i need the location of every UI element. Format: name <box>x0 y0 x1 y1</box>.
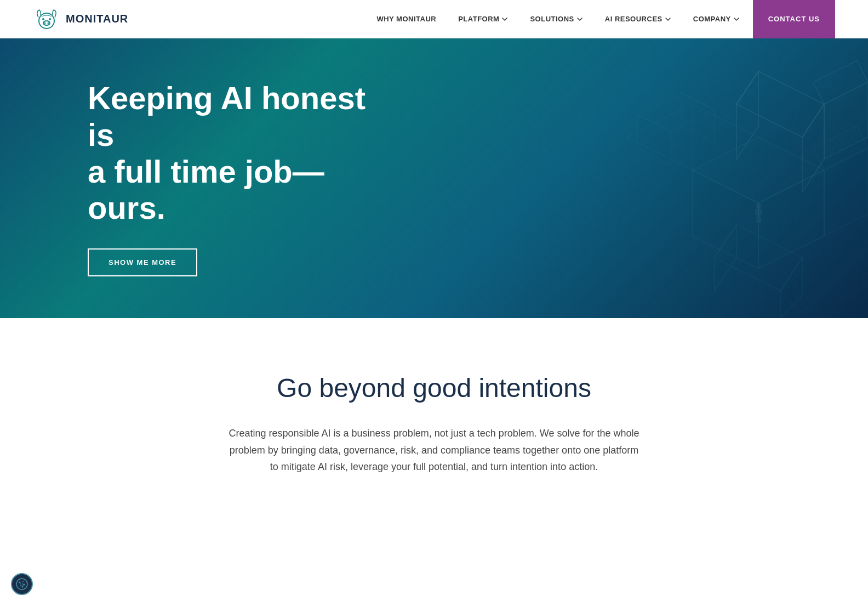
svg-point-34 <box>22 581 24 582</box>
svg-rect-28 <box>755 209 757 215</box>
hero-headline: Keeping AI honest is a full time job—our… <box>88 80 384 226</box>
cookie-consent-button[interactable] <box>11 573 33 595</box>
hero-cta-button[interactable]: SHOW ME MORE <box>88 248 197 276</box>
nav-link-company[interactable]: COMPANY <box>684 10 749 27</box>
nav-item-company: COMPANY <box>684 10 749 27</box>
nav-item-ai-resources: AI RESOURCES <box>596 10 680 27</box>
chevron-down-icon <box>576 16 583 22</box>
svg-point-35 <box>24 584 25 586</box>
svg-point-26 <box>756 203 761 208</box>
svg-point-37 <box>22 586 24 588</box>
svg-point-32 <box>16 579 27 590</box>
navbar: MONITAUR WHY MONITAUR PLATFORM SOLUTIONS <box>0 0 868 38</box>
nav-item-why-monitaur: WHY MONITAUR <box>368 10 445 27</box>
svg-marker-24 <box>682 93 715 143</box>
svg-point-36 <box>20 585 21 586</box>
contact-button[interactable]: CONTACT US <box>753 0 835 38</box>
nav-link-why-monitaur[interactable]: WHY MONITAUR <box>368 10 445 27</box>
monitaur-logo-icon <box>33 5 60 33</box>
svg-point-2 <box>49 18 51 20</box>
brand-logo[interactable]: MONITAUR <box>33 5 128 33</box>
svg-point-5 <box>48 22 49 24</box>
beyond-heading: Go beyond good intentions <box>33 373 835 403</box>
svg-point-33 <box>19 582 21 584</box>
hero-background-shapes <box>375 38 868 318</box>
nav-item-solutions: SOLUTIONS <box>521 10 591 27</box>
nav-menu: WHY MONITAUR PLATFORM SOLUTIONS AI RESOU… <box>368 0 835 38</box>
svg-marker-6 <box>736 71 824 137</box>
brand-name: MONITAUR <box>66 13 128 25</box>
cookie-icon <box>15 577 28 591</box>
svg-rect-31 <box>759 217 761 223</box>
svg-point-4 <box>44 22 46 24</box>
chevron-down-icon <box>665 16 671 22</box>
nav-link-ai-resources[interactable]: AI RESOURCES <box>596 10 680 27</box>
svg-rect-30 <box>756 217 758 223</box>
beyond-body: Creating responsible AI is a business pr… <box>226 425 642 475</box>
hero-section: Keeping AI honest is a full time job—our… <box>0 38 868 318</box>
nav-link-solutions[interactable]: SOLUTIONS <box>521 10 591 27</box>
svg-point-1 <box>42 18 44 20</box>
nav-item-contact: CONTACT US <box>753 0 835 38</box>
nav-link-platform[interactable]: PLATFORM <box>449 10 517 27</box>
nav-item-platform: PLATFORM <box>449 10 517 27</box>
chevron-down-icon <box>501 16 508 22</box>
svg-rect-29 <box>760 209 762 215</box>
beyond-section: Go beyond good intentions Creating respo… <box>0 318 868 519</box>
hero-content: Keeping AI honest is a full time job—our… <box>0 80 384 276</box>
chevron-down-icon <box>733 16 740 22</box>
